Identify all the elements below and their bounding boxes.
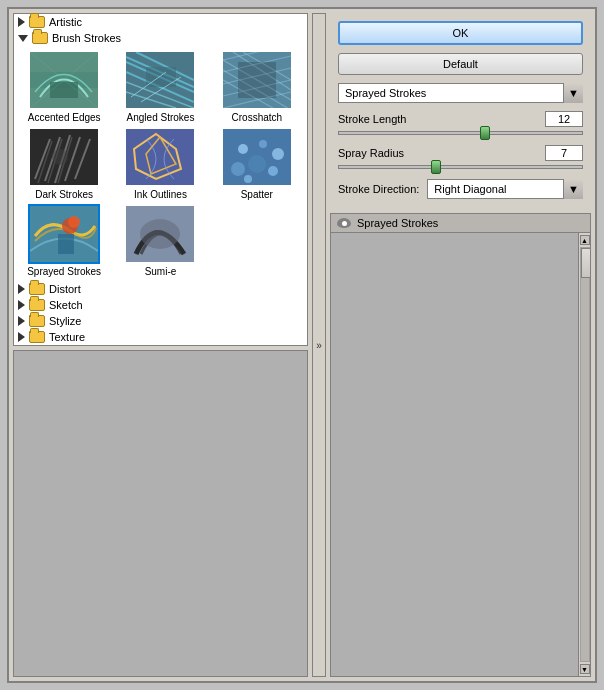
layer-name: Sprayed Strokes — [357, 217, 438, 229]
spray-radius-thumb[interactable] — [431, 160, 441, 174]
collapse-button[interactable]: » — [312, 13, 326, 677]
svg-point-16 — [231, 162, 245, 176]
category-brush-strokes: Brush Strokes — [14, 30, 307, 281]
main-window: Artistic Brush Strokes — [7, 7, 597, 683]
scroll-thumb[interactable] — [581, 248, 591, 278]
stroke-length-input[interactable] — [545, 111, 583, 127]
ok-button[interactable]: OK — [338, 21, 583, 45]
arrow-right-icon — [18, 17, 25, 27]
filter-label: Accented Edges — [28, 112, 101, 123]
filter-label: Ink Outlines — [134, 189, 187, 200]
filter-ink-outlines[interactable]: Ink Outlines — [114, 127, 206, 200]
scroll-track[interactable] — [580, 247, 590, 662]
scrollbar: ▲ ▼ — [578, 233, 590, 676]
preview-canvas — [13, 350, 308, 677]
category-label: Artistic — [49, 16, 82, 28]
arrow-right-icon — [18, 300, 25, 310]
svg-point-17 — [268, 166, 278, 176]
stroke-length-slider[interactable] — [338, 131, 583, 135]
filter-sprayed-strokes[interactable]: Sprayed Strokes — [18, 204, 110, 277]
svg-point-18 — [248, 155, 266, 173]
stroke-length-label: Stroke Length — [338, 113, 407, 125]
arrow-right-icon — [18, 332, 25, 342]
filter-crosshatch[interactable]: Crosshatch — [211, 50, 303, 123]
scroll-down-button[interactable]: ▼ — [580, 664, 590, 674]
category-stylize[interactable]: Stylize — [14, 313, 307, 329]
folder-icon — [29, 16, 45, 28]
category-label: Distort — [49, 283, 81, 295]
layer-panel: Sprayed Strokes ▲ ▼ — [330, 213, 591, 677]
filter-select-wrapper: Sprayed Strokes Accented Edges Angled St… — [338, 83, 583, 103]
stroke-length-param: Stroke Length — [338, 111, 583, 137]
spray-radius-label: Spray Radius — [338, 147, 404, 159]
folder-icon — [29, 283, 45, 295]
stroke-direction-wrapper: Right Diagonal Left Diagonal Horizontal … — [427, 179, 583, 199]
filter-spatter[interactable]: Spatter — [211, 127, 303, 200]
filter-dark-strokes[interactable]: Dark Strokes — [18, 127, 110, 200]
thumbnail-grid: Accented Edges Angled Str — [14, 46, 307, 281]
filter-sumi-e[interactable]: Sumi-e — [114, 204, 206, 277]
filter-tree: Artistic Brush Strokes — [13, 13, 308, 346]
layer-preview — [331, 233, 578, 676]
controls-area: OK Default Sprayed Strokes Accented Edge… — [330, 13, 591, 207]
svg-point-14 — [259, 140, 267, 148]
folder-icon — [29, 315, 45, 327]
arrow-right-icon — [18, 316, 25, 326]
category-artistic[interactable]: Artistic — [14, 14, 307, 30]
category-label: Stylize — [49, 315, 81, 327]
collapse-icon: » — [316, 340, 322, 351]
default-button[interactable]: Default — [338, 53, 583, 75]
svg-point-22 — [68, 216, 80, 228]
arrow-down-icon — [18, 35, 28, 42]
brush-strokes-label: Brush Strokes — [52, 32, 121, 44]
svg-point-25 — [140, 219, 180, 249]
filter-label: Spatter — [241, 189, 273, 200]
folder-icon — [29, 299, 45, 311]
layer-header: Sprayed Strokes — [331, 214, 590, 233]
filter-accented-edges[interactable]: Accented Edges — [18, 50, 110, 123]
layer-body: ▲ ▼ — [331, 233, 590, 676]
svg-point-13 — [238, 144, 248, 154]
svg-point-15 — [272, 148, 284, 160]
filter-label: Sumi-e — [145, 266, 177, 277]
stroke-length-thumb[interactable] — [480, 126, 490, 140]
svg-rect-4 — [146, 67, 176, 87]
svg-rect-2 — [50, 82, 78, 98]
spray-radius-slider[interactable] — [338, 165, 583, 169]
category-brush-strokes-header[interactable]: Brush Strokes — [14, 30, 307, 46]
stroke-direction-label: Stroke Direction: — [338, 183, 419, 195]
folder-icon-brush — [32, 32, 48, 44]
category-label: Sketch — [49, 299, 83, 311]
spray-radius-input[interactable] — [545, 145, 583, 161]
filter-angled-strokes[interactable]: Angled Strokes — [114, 50, 206, 123]
folder-icon — [29, 331, 45, 343]
stroke-direction-row: Stroke Direction: Right Diagonal Left Di… — [338, 179, 583, 199]
filter-select[interactable]: Sprayed Strokes Accented Edges Angled St… — [338, 83, 583, 103]
scroll-up-button[interactable]: ▲ — [580, 235, 590, 245]
svg-rect-6 — [238, 62, 276, 98]
right-panel: OK Default Sprayed Strokes Accented Edge… — [330, 13, 591, 677]
spray-radius-param: Spray Radius — [338, 145, 583, 171]
filter-label: Dark Strokes — [35, 189, 93, 200]
category-distort[interactable]: Distort — [14, 281, 307, 297]
eye-icon[interactable] — [337, 218, 351, 228]
svg-rect-23 — [58, 234, 74, 254]
filter-label: Sprayed Strokes — [27, 266, 101, 277]
svg-point-8 — [52, 149, 68, 165]
svg-point-19 — [244, 175, 252, 183]
category-texture[interactable]: Texture — [14, 329, 307, 345]
stroke-direction-select[interactable]: Right Diagonal Left Diagonal Horizontal … — [427, 179, 583, 199]
category-label: Texture — [49, 331, 85, 343]
category-sketch[interactable]: Sketch — [14, 297, 307, 313]
arrow-right-icon — [18, 284, 25, 294]
filter-label: Angled Strokes — [127, 112, 195, 123]
filter-label: Crosshatch — [232, 112, 283, 123]
